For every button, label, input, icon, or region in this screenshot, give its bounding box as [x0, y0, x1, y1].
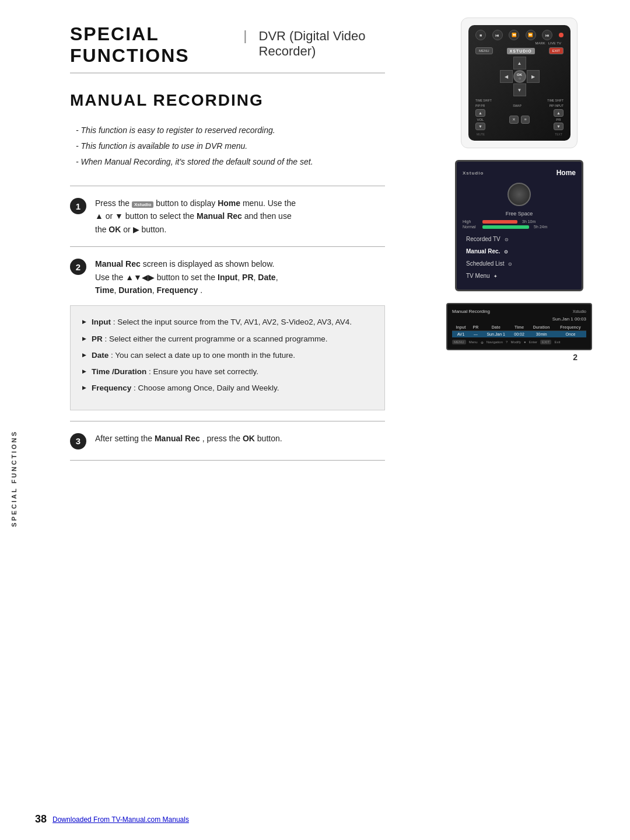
- manual-rec-icon: ⊙: [504, 249, 508, 255]
- divider-2: [70, 246, 385, 247]
- page-subtitle: DVR (Digital Video Recorder): [259, 29, 385, 59]
- bar-normal-fill: [482, 225, 529, 229]
- menu-item-manual-rec[interactable]: Manual Rec. ⊙: [463, 246, 576, 257]
- vol-label: VOL: [477, 118, 484, 121]
- menu-btn[interactable]: MENU: [475, 47, 493, 54]
- cell-frequency: Once: [555, 331, 586, 338]
- step-1-number: 1: [70, 198, 86, 214]
- rec-screen: Manual Recording Xstudio Sun.Jan 1 00:03…: [446, 303, 592, 350]
- header-divider: |: [243, 27, 247, 44]
- col-frequency: Frequency: [555, 324, 586, 331]
- vol-up-btn[interactable]: ▲: [475, 109, 485, 117]
- rec-screen-table: Input PR Date Time Duration Frequency AV…: [452, 324, 586, 337]
- page-link[interactable]: Downloaded From TV-Manual.com Manuals: [52, 815, 189, 824]
- bar-normal: Normal 5h 24m: [463, 225, 576, 229]
- exit-btn[interactable]: EXIT: [549, 47, 564, 54]
- side-label: SPECIAL FUNCTIONS: [10, 430, 18, 527]
- footer-exit-label: Exit: [554, 340, 560, 344]
- rec-screen-header: Manual Recording Xstudio: [452, 309, 586, 314]
- section-title: MANUAL RECORDING: [70, 91, 385, 110]
- mute-btn[interactable]: ✕: [509, 116, 519, 124]
- col-date: Date: [482, 324, 510, 331]
- step-2-number: 2: [70, 259, 86, 275]
- rec-screen-container: Manual Recording Xstudio Sun.Jan 1 00:03…: [432, 303, 607, 362]
- rec-dot: [559, 33, 564, 37]
- live-tv-label: LIVE TV: [548, 41, 561, 45]
- ok-btn[interactable]: OK ⊙: [513, 70, 526, 83]
- col-pr: PR: [470, 324, 482, 331]
- divider-3: [70, 421, 385, 421]
- free-space-label: Free Space: [463, 211, 576, 217]
- xstudio-btn[interactable]: Xstudio: [132, 201, 153, 208]
- xstudio-logo[interactable]: XSTUDIO: [507, 48, 535, 54]
- col-input: Input: [452, 324, 470, 331]
- info-item-freq: Frequency : Choose among Once, Daily and…: [82, 382, 373, 394]
- pr-down-btn[interactable]: ▼: [554, 123, 564, 130]
- divider-4: [70, 460, 385, 461]
- cell-time: 00:02: [510, 331, 528, 338]
- menu-item-scheduled-list[interactable]: Scheduled List ⊙: [463, 258, 576, 269]
- info-box: Input : Select the input source from the…: [70, 305, 385, 410]
- intro-item-2: This function is available to use in DVR…: [76, 140, 385, 152]
- ff-btn[interactable]: ⏩: [526, 30, 536, 40]
- page-footer: 38 Downloaded From TV-Manual.com Manuals: [35, 813, 607, 825]
- info-item-input: Input : Select the input source from the…: [82, 316, 373, 328]
- menu-item-tv-menu[interactable]: TV Menu ✦: [463, 270, 576, 281]
- pip-input-label: PIP INPUT: [550, 104, 564, 107]
- intro-item-3: When Manual Recording, it's stored the d…: [76, 156, 385, 168]
- page-number: 38: [35, 813, 47, 825]
- cell-duration: 30min: [528, 331, 554, 338]
- bar-normal-info: 5h 24m: [534, 225, 547, 229]
- time-shift-left: TIME SHIFT: [475, 99, 492, 102]
- dpad-down[interactable]: ▼: [513, 83, 526, 96]
- step-3-text: After setting the Manual Rec , press the…: [95, 432, 282, 445]
- footer-menu-label: Menu: [469, 340, 478, 344]
- time-shift-right: TIME SHIFT: [547, 99, 564, 102]
- remote-container: ■ ⏮ ⏪ ⏩ ⏭ MARK LIVE TV MENU XSTUDIO EXIT: [461, 18, 578, 148]
- bar-high-info: 3h 10m: [522, 219, 536, 224]
- recorded-tv-icon: ⊙: [505, 237, 509, 242]
- text-label-text: TEXT: [555, 133, 562, 136]
- col-time: Time: [510, 324, 528, 331]
- tv-circle-icon: [508, 183, 531, 206]
- pr-label: PR: [556, 118, 561, 121]
- cell-input: AV1: [452, 331, 470, 338]
- dpad-up[interactable]: ▲: [513, 57, 526, 69]
- bar-high: High 3h 10m: [463, 219, 576, 224]
- step-1-text: Press the Xstudio button to display Home…: [95, 197, 296, 236]
- scheduled-list-icon: ⊙: [508, 262, 512, 267]
- table-row: AV1 --- Sun.Jan 1 00:02 30min Once: [452, 331, 586, 338]
- footer-nav-label: Navigation: [487, 340, 503, 344]
- stop-btn[interactable]: ■: [475, 30, 486, 40]
- info-item-pr: PR : Select either the current programme…: [82, 333, 373, 345]
- intro-list: This function is easy to register to res…: [76, 124, 385, 168]
- mark-label: MARK: [535, 41, 545, 45]
- dpad-left[interactable]: ◀: [500, 70, 513, 83]
- pip-pr-label: PIP PR: [475, 104, 485, 107]
- step-3-block: 3 After setting the Manual Rec , press t…: [70, 432, 385, 449]
- step2-circled-label: 2: [432, 353, 578, 362]
- rewind-btn[interactable]: ⏪: [509, 30, 519, 40]
- footer-mod-label: Modify: [510, 340, 521, 344]
- tv-logo: Xstudio: [463, 170, 484, 176]
- footer-exit-btn[interactable]: EXIT: [540, 340, 551, 344]
- next-btn[interactable]: ⏭: [542, 30, 552, 40]
- pr-up-btn[interactable]: ▲: [554, 109, 564, 117]
- vol-down-btn[interactable]: ▼: [475, 123, 485, 130]
- footer-menu-btn[interactable]: MENU: [452, 340, 466, 344]
- dpad-right[interactable]: ▶: [527, 70, 540, 83]
- text-btn[interactable]: ≡: [521, 116, 529, 124]
- footer-enter-sep: ●: [524, 340, 526, 344]
- info-item-time: Time /Duration : Ensure you have set cor…: [82, 366, 373, 378]
- step-1-block: 1 Press the Xstudio button to display Ho…: [70, 197, 385, 236]
- footer-mod-sep: ?: [506, 340, 508, 344]
- intro-item-1: This function is easy to register to res…: [76, 124, 385, 137]
- bar-high-fill: [482, 220, 517, 224]
- col-duration: Duration: [528, 324, 554, 331]
- rec-screen-footer: MENU Menu ⊕ Navigation ? Modify ● Enter …: [452, 340, 586, 344]
- home-screen: Xstudio Home Free Space High 3h 10m Norm…: [455, 160, 583, 291]
- rec-screen-time: Sun.Jan 1 00:03: [452, 316, 586, 322]
- prev-btn[interactable]: ⏮: [492, 30, 503, 40]
- page-header: SPECIAL FUNCTIONS | DVR (Digital Video R…: [70, 23, 385, 74]
- menu-item-recorded-tv[interactable]: Recorded TV ⊙: [463, 233, 576, 245]
